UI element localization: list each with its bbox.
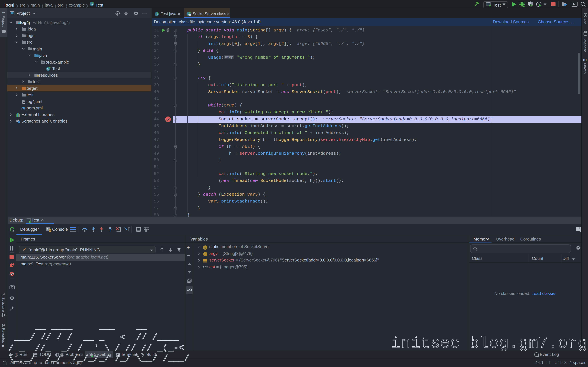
svg-text:p: p: [204, 252, 206, 256]
svg-text:C: C: [156, 12, 158, 16]
svg-text:C: C: [91, 2, 93, 6]
svg-text:s: s: [204, 246, 206, 249]
svg-text:C: C: [47, 67, 49, 70]
